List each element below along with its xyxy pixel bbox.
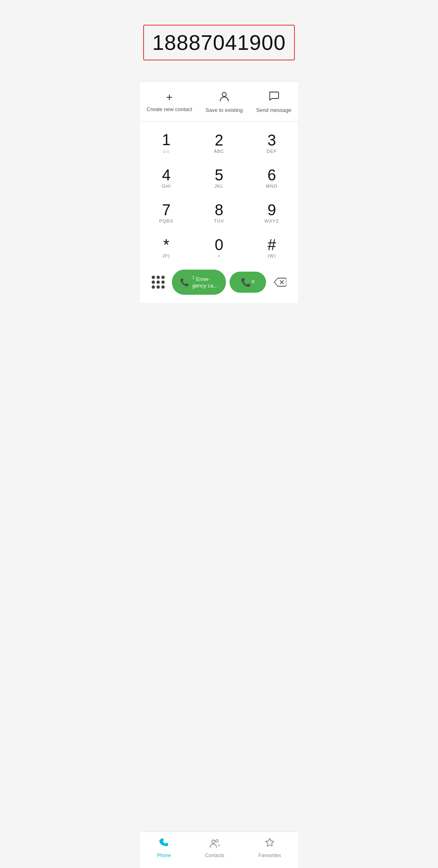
- message-icon: [268, 90, 279, 104]
- bottom-nav: Phone Contacts Favourites: [140, 832, 298, 868]
- dial-key-star[interactable]: * (P): [140, 231, 193, 266]
- favourites-nav-icon: [264, 838, 275, 851]
- dialpad-toggle-button[interactable]: [148, 272, 168, 292]
- send-message-button[interactable]: Send message: [252, 89, 296, 115]
- emergency-call-label: 1 Emer-gency ca...: [192, 275, 218, 289]
- dialpad-grid: 1 ○○ 2 ABC 3 DEF 4 GHI 5 JKL 6 MNO 7 PQR…: [140, 126, 298, 266]
- dial-key-hash[interactable]: # (W): [245, 231, 298, 266]
- create-new-contact-button[interactable]: + Create new contact: [143, 90, 196, 114]
- emergency-call-icon: 📞: [180, 278, 189, 287]
- save-to-existing-button[interactable]: Save to existing: [202, 89, 247, 115]
- phone-number[interactable]: 18887041900: [152, 31, 286, 54]
- nav-contacts[interactable]: Contacts: [197, 836, 232, 860]
- create-new-contact-label: Create new contact: [147, 106, 192, 112]
- svg-point-0: [222, 92, 226, 96]
- dial-key-9[interactable]: 9 WXYZ: [245, 196, 298, 231]
- save-to-existing-label: Save to existing: [206, 107, 243, 113]
- emergency-call-button[interactable]: 📞 1 Emer-gency ca...: [172, 270, 226, 295]
- plus-icon: +: [166, 92, 172, 103]
- phone-nav-icon: [159, 838, 169, 851]
- dial-key-5[interactable]: 5 JKL: [193, 161, 245, 196]
- call-button[interactable]: 📞 R: [230, 272, 266, 293]
- dial-key-8[interactable]: 8 TUV: [193, 196, 245, 231]
- call-icon: 📞: [241, 277, 251, 287]
- svg-point-3: [212, 840, 215, 843]
- dial-key-4[interactable]: 4 GHI: [140, 161, 193, 196]
- action-row: + Create new contact Save to existing Se…: [140, 81, 298, 122]
- phone-display-area: 18887041900: [140, 0, 298, 81]
- person-icon: [219, 90, 230, 104]
- contacts-nav-label: Contacts: [205, 853, 224, 858]
- phone-number-box: 18887041900: [143, 25, 294, 60]
- dial-key-2[interactable]: 2 ABC: [193, 126, 245, 161]
- contacts-nav-icon: [209, 838, 220, 851]
- backspace-icon: [273, 278, 286, 287]
- dial-key-6[interactable]: 6 MNO: [245, 161, 298, 196]
- favourites-nav-label: Favourites: [258, 853, 281, 858]
- dial-key-1[interactable]: 1 ○○: [140, 126, 193, 161]
- backspace-button[interactable]: [270, 272, 290, 292]
- dial-key-3[interactable]: 3 DEF: [245, 126, 298, 161]
- dial-key-7[interactable]: 7 PQRS: [140, 196, 193, 231]
- nav-phone[interactable]: Phone: [149, 836, 179, 860]
- dialpad-actions: 📞 1 Emer-gency ca... 📞 R: [140, 266, 298, 303]
- grid-dots-icon: [152, 276, 165, 289]
- send-message-label: Send message: [256, 107, 292, 113]
- phone-nav-label: Phone: [157, 853, 171, 858]
- svg-point-4: [216, 840, 218, 842]
- nav-favourites[interactable]: Favourites: [250, 836, 289, 860]
- dial-key-0[interactable]: 0 +: [193, 231, 245, 266]
- dialpad: 1 ○○ 2 ABC 3 DEF 4 GHI 5 JKL 6 MNO 7 PQR…: [140, 122, 298, 303]
